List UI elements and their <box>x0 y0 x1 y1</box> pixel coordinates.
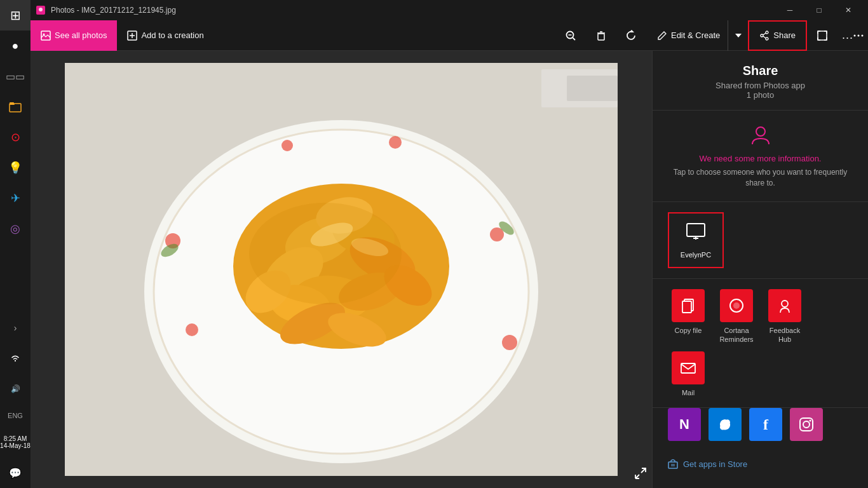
mail-icon <box>672 351 705 384</box>
add-to-creation-label: Add to a creation <box>141 30 203 40</box>
svg-point-31 <box>186 323 198 336</box>
cortana-label: Cortana Reminders <box>716 326 757 344</box>
feedback-hub-label: Feedback Hub <box>764 326 805 344</box>
contact-icon <box>748 123 773 149</box>
notification-icon[interactable]: 💬 <box>0 458 31 488</box>
instagram-app[interactable] <box>790 408 823 441</box>
delete-button[interactable] <box>586 20 616 51</box>
fullscreen-icon <box>817 30 828 41</box>
app-icon <box>36 5 46 15</box>
svg-line-20 <box>763 33 766 35</box>
copy-file-label: Copy file <box>675 326 702 335</box>
zoom-button[interactable] <box>555 20 586 51</box>
svg-point-35 <box>389 136 402 149</box>
see-all-photos-button[interactable]: See all photos <box>31 20 117 51</box>
mail-label: Mail <box>682 388 695 397</box>
start-button[interactable]: ⊞ <box>0 0 31 30</box>
svg-point-17 <box>766 31 768 34</box>
get-apps-store-button[interactable]: Get apps in Store <box>653 451 868 477</box>
opera-icon[interactable]: ⊙ <box>0 122 31 152</box>
task-view-button[interactable]: ▭▭ <box>0 61 31 92</box>
maximize-button[interactable]: □ <box>804 0 834 20</box>
cortana-app[interactable]: Cortana Reminders <box>716 289 757 344</box>
expand-button[interactable] <box>634 467 647 483</box>
fullscreen-button[interactable] <box>807 20 837 51</box>
photo-container <box>65 53 618 485</box>
more-options-button[interactable]: ... <box>837 20 868 51</box>
svg-rect-2 <box>10 102 14 105</box>
facebook-app[interactable]: f <box>749 408 782 441</box>
svg-rect-57 <box>687 224 705 236</box>
svg-point-23 <box>854 34 856 36</box>
get-apps-label: Get apps in Store <box>683 459 747 469</box>
share-contact-section[interactable]: We need some more information. Tap to ch… <box>653 111 868 202</box>
wifi-icon[interactable] <box>0 343 31 374</box>
svg-rect-70 <box>671 464 675 466</box>
evelyn-pc-device[interactable]: EvelynPC <box>668 212 724 268</box>
app-icon-6[interactable]: ◎ <box>0 214 31 244</box>
share-contact-message: We need some more information. <box>700 154 822 163</box>
svg-point-4 <box>39 8 43 11</box>
svg-point-19 <box>761 34 763 37</box>
photos-icon <box>41 30 51 41</box>
minimize-button[interactable]: ─ <box>775 0 804 20</box>
search-button[interactable]: ● <box>0 30 31 61</box>
svg-point-33 <box>502 335 517 350</box>
share-button[interactable]: Share <box>748 20 807 51</box>
share-apps-row2: N f <box>653 408 868 451</box>
share-panel: Share Shared from Photos app 1 photo We … <box>652 51 868 488</box>
rotate-button[interactable] <box>616 20 647 51</box>
svg-point-68 <box>810 420 811 422</box>
window-controls: ─ □ ✕ <box>775 0 863 20</box>
skype-app[interactable] <box>709 408 742 441</box>
cortana-icon <box>720 289 753 322</box>
edit-create-button[interactable]: Edit & Create <box>647 20 728 51</box>
tips-icon[interactable]: 💡 <box>0 152 31 183</box>
telegram-icon[interactable]: ✈ <box>0 183 31 214</box>
skype-icon <box>716 416 734 433</box>
mail-app[interactable]: Mail <box>668 351 709 397</box>
rotate-icon <box>626 30 637 41</box>
svg-rect-61 <box>682 301 691 313</box>
see-all-photos-label: See all photos <box>55 30 107 40</box>
photo-display <box>65 63 618 476</box>
share-contact-desc: Tap to choose someone who you want to fr… <box>668 167 853 189</box>
copy-file-icon <box>672 289 705 322</box>
svg-marker-16 <box>629 30 634 32</box>
share-apps-grid: Copy file Cortana Reminders <box>668 289 853 398</box>
expand-sidebar-btn[interactable]: › <box>0 313 31 343</box>
svg-rect-5 <box>41 31 50 40</box>
more-options-icon: ... <box>842 29 853 42</box>
edit-create-dropdown[interactable] <box>728 20 748 51</box>
app-area: Photos - IMG_20171212_121945.jpg ─ □ ✕ S… <box>31 0 868 488</box>
onenote-icon: N <box>679 416 689 433</box>
svg-point-25 <box>862 34 864 36</box>
onenote-app[interactable]: N <box>668 408 701 441</box>
date-display: 14-May-18 <box>0 442 31 449</box>
volume-icon[interactable]: 🔊 <box>0 374 31 404</box>
zoom-icon <box>565 30 576 41</box>
copy-file-app[interactable]: Copy file <box>668 289 709 344</box>
close-button[interactable]: ✕ <box>834 0 863 20</box>
svg-rect-13 <box>598 34 604 40</box>
photo-area <box>31 51 652 488</box>
edit-icon <box>657 30 667 41</box>
svg-rect-65 <box>681 363 695 373</box>
files-icon[interactable] <box>0 92 31 122</box>
svg-point-34 <box>281 140 293 151</box>
share-label: Share <box>773 30 796 40</box>
clock-display: 8:25 AM 14-May-18 <box>0 427 31 458</box>
delete-icon <box>595 30 607 41</box>
share-icon <box>759 30 770 41</box>
share-devices-section: EvelynPC <box>653 202 868 279</box>
add-to-creation-button[interactable]: Add to a creation <box>117 20 214 51</box>
ellipsis-icon <box>853 34 864 37</box>
feedback-hub-app[interactable]: Feedback Hub <box>764 289 805 344</box>
svg-point-64 <box>782 301 788 307</box>
content-area: Share Shared from Photos app 1 photo We … <box>31 51 868 488</box>
title-bar: Photos - IMG_20171212_121945.jpg ─ □ ✕ <box>31 0 868 20</box>
instagram-icon <box>798 416 815 433</box>
share-title: Share <box>668 64 853 78</box>
toolbar: See all photos Add to a creation Edit & … <box>31 20 868 51</box>
svg-point-24 <box>858 34 860 36</box>
